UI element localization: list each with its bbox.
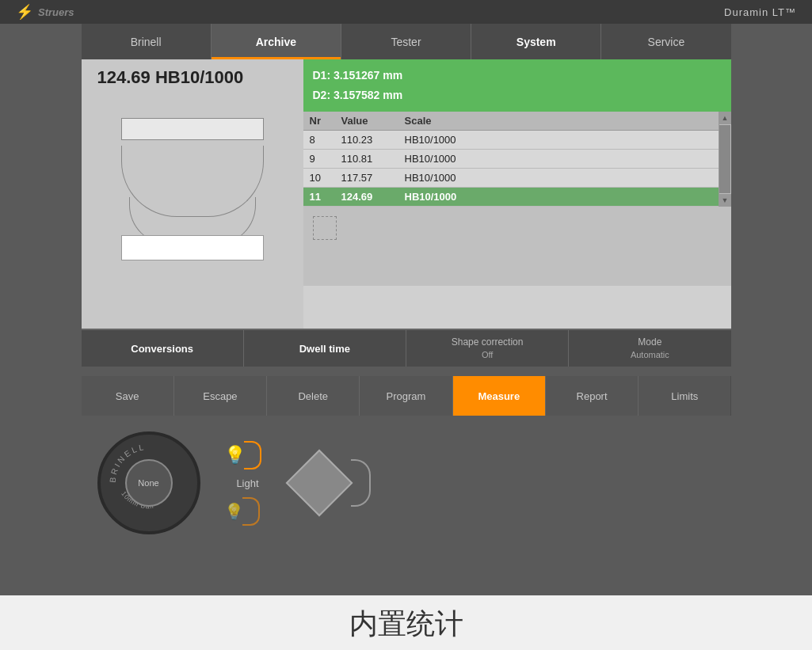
table-content: Nr Value Scale 8 110.23 HB10/1000 9 bbox=[303, 112, 719, 207]
cell-scale-0: HB10/1000 bbox=[405, 134, 712, 146]
scroll-up-arrow[interactable]: ▲ bbox=[719, 112, 731, 124]
light-on-icon: 💡 bbox=[224, 445, 246, 466]
tab-service[interactable]: Service bbox=[601, 24, 730, 59]
shape-correction-btn[interactable]: Shape correction Off bbox=[406, 330, 569, 367]
cell-value-3: 124.69 bbox=[341, 191, 405, 203]
measurement-header: D1: 3.151267 mm D2: 3.157582 mm bbox=[303, 59, 731, 112]
d2-value: D2: 3.157582 mm bbox=[313, 86, 722, 105]
col-header-value: Value bbox=[341, 115, 405, 127]
program-button[interactable]: Program bbox=[360, 376, 452, 416]
conversions-btn[interactable]: Conversions bbox=[82, 330, 244, 367]
shape-correction-label: Shape correction bbox=[452, 336, 524, 349]
cell-nr-1: 9 bbox=[310, 153, 341, 165]
col-header-nr: Nr bbox=[310, 115, 341, 127]
camera-view bbox=[97, 94, 288, 284]
cell-value-2: 117.57 bbox=[341, 172, 405, 184]
table-row[interactable]: 8 110.23 HB10/1000 bbox=[303, 131, 719, 150]
brinell-wheel[interactable]: BRINELL 10mm Ball None bbox=[97, 431, 200, 534]
vertical-scrollbar[interactable]: ▲ ▼ bbox=[719, 112, 731, 207]
cell-scale-2: HB10/1000 bbox=[405, 172, 712, 184]
left-panel: 124.69 HB10/1000 bbox=[82, 59, 303, 329]
tab-archive[interactable]: Archive bbox=[212, 24, 341, 59]
table-header-row: Nr Value Scale bbox=[303, 112, 719, 131]
light-off-curve bbox=[242, 497, 260, 526]
logo-text: Struers bbox=[38, 6, 74, 18]
table-scroll-area: Nr Value Scale 8 110.23 HB10/1000 9 bbox=[303, 112, 731, 207]
diamond-control bbox=[295, 459, 371, 507]
page-title: 内置统计 bbox=[0, 595, 812, 650]
light-off-button[interactable]: 💡 bbox=[224, 496, 272, 527]
bottom-toolbar: Conversions Dwell time Shape correction … bbox=[82, 329, 731, 367]
tab-brinell[interactable]: Brinell bbox=[82, 24, 212, 59]
light-controls: 💡 Light 💡 bbox=[224, 439, 272, 527]
delete-button[interactable]: Delete bbox=[267, 376, 360, 416]
cell-value-0: 110.23 bbox=[341, 134, 405, 146]
image-preview-area bbox=[303, 207, 731, 286]
wheel-center-label: None bbox=[138, 478, 158, 488]
hardware-section: BRINELL 10mm Ball None 💡 Light 💡 bbox=[82, 416, 731, 550]
cell-scale-3: HB10/1000 bbox=[405, 191, 712, 203]
measure-button[interactable]: Measure bbox=[453, 376, 546, 416]
tab-system[interactable]: System bbox=[471, 24, 601, 59]
mode-label: Mode bbox=[631, 336, 669, 349]
report-button[interactable]: Report bbox=[546, 376, 639, 416]
brand-name: Duramin LT™ bbox=[724, 6, 796, 18]
scroll-thumb[interactable] bbox=[719, 125, 730, 193]
app-header: ⚡ Struers Duramin LT™ bbox=[0, 0, 812, 24]
table-row[interactable]: 9 110.81 HB10/1000 bbox=[303, 150, 719, 169]
table-row-selected[interactable]: 11 124.69 HB10/1000 bbox=[303, 188, 719, 207]
cell-nr-0: 8 bbox=[310, 134, 341, 146]
col-header-scale: Scale bbox=[405, 115, 712, 127]
dwell-time-btn[interactable]: Dwell time bbox=[244, 330, 406, 367]
cell-nr-3: 11 bbox=[310, 191, 341, 203]
func-buttons: Save Escape Delete Program Measure Repor… bbox=[82, 376, 731, 416]
light-label: Light bbox=[236, 477, 258, 489]
escape-button[interactable]: Escape bbox=[174, 376, 267, 416]
light-on-curve bbox=[244, 441, 261, 469]
mode-sub: Automatic bbox=[631, 349, 669, 360]
spacer bbox=[82, 367, 731, 374]
nav-tabs: Brinell Archive Tester System Service bbox=[82, 24, 731, 59]
table-row[interactable]: 10 117.57 HB10/1000 bbox=[303, 169, 719, 188]
app-wrapper: Brinell Archive Tester System Service 12… bbox=[82, 24, 731, 550]
cell-nr-2: 10 bbox=[310, 172, 341, 184]
cell-scale-1: HB10/1000 bbox=[405, 153, 712, 165]
diamond-button[interactable] bbox=[285, 450, 353, 517]
light-on-button[interactable]: 💡 bbox=[224, 439, 272, 471]
data-table-wrapper: Nr Value Scale 8 110.23 HB10/1000 9 bbox=[303, 112, 731, 329]
rect-top bbox=[121, 118, 264, 140]
struers-logo-icon: ⚡ bbox=[16, 5, 33, 19]
content-area: 124.69 HB10/1000 D1: 3.151267 mm D2: 3.1… bbox=[82, 59, 731, 329]
save-button[interactable]: Save bbox=[82, 376, 174, 416]
limits-button[interactable]: Limits bbox=[639, 376, 730, 416]
measurement-display: 124.69 HB10/1000 bbox=[90, 67, 244, 88]
mode-btn[interactable]: Mode Automatic bbox=[569, 330, 730, 367]
diamond-curve bbox=[351, 459, 371, 507]
tab-tester[interactable]: Tester bbox=[341, 24, 471, 59]
shape-correction-sub: Off bbox=[452, 349, 524, 360]
rect-bottom bbox=[121, 235, 264, 260]
scroll-down-arrow[interactable]: ▼ bbox=[719, 194, 731, 207]
light-off-icon: 💡 bbox=[224, 502, 244, 521]
right-panel: D1: 3.151267 mm D2: 3.157582 mm Nr Value… bbox=[303, 59, 731, 329]
preview-placeholder bbox=[313, 216, 337, 240]
logo-area: ⚡ Struers bbox=[16, 5, 74, 19]
cell-value-1: 110.81 bbox=[341, 153, 405, 165]
d1-value: D1: 3.151267 mm bbox=[313, 66, 722, 86]
wheel-center[interactable]: None bbox=[125, 459, 173, 507]
